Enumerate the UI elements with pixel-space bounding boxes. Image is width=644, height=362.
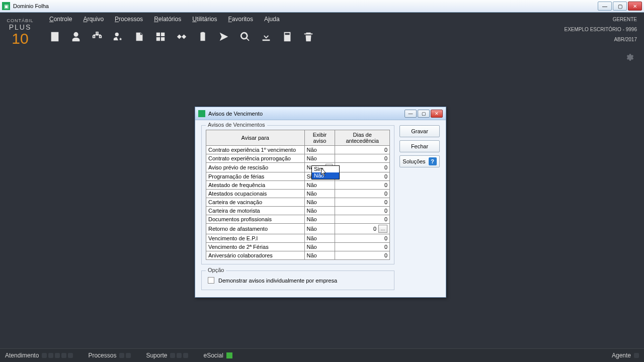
dialog-title: Avisos de Vencimento bbox=[208, 111, 263, 117]
table-row: Documentos profissionaisNão0 bbox=[206, 215, 390, 224]
cell-label: Documentos profissionais bbox=[206, 215, 305, 224]
company-name: EXEMPLO ESCRITÓRIO - 9996 bbox=[565, 25, 637, 35]
dialog-maximize-button[interactable]: ▢ bbox=[418, 110, 430, 118]
dialog-icon bbox=[198, 110, 205, 117]
settings-gear-icon[interactable] bbox=[625, 53, 634, 64]
gravar-button[interactable]: Gravar bbox=[399, 125, 440, 137]
cell-exibir-aviso[interactable]: Não bbox=[304, 215, 335, 224]
checkbox-individual-empresa[interactable] bbox=[208, 277, 214, 284]
esocial-icon bbox=[226, 352, 232, 358]
tool-org-icon[interactable] bbox=[87, 27, 108, 47]
cell-dias[interactable]: 0 bbox=[335, 234, 390, 243]
tool-calculator-icon[interactable] bbox=[277, 27, 298, 47]
table-row: Vencimento de 2ª FériasNão0 bbox=[206, 243, 390, 251]
cell-dias[interactable]: 0… bbox=[335, 224, 390, 234]
group-label-opcao: Opção bbox=[206, 267, 226, 273]
tool-search-icon[interactable] bbox=[234, 27, 256, 47]
cell-dias[interactable]: 0 bbox=[335, 207, 390, 215]
cell-exibir-aviso[interactable]: Não bbox=[304, 243, 335, 251]
dialog-titlebar[interactable]: Avisos de Vencimento — ▢ ✕ bbox=[195, 107, 446, 120]
minimize-button[interactable]: — bbox=[598, 2, 612, 11]
cell-label: Vencimento de 2ª Férias bbox=[206, 243, 305, 251]
status-suporte[interactable]: Suporte bbox=[146, 352, 188, 359]
cell-dias[interactable]: 0 bbox=[335, 172, 390, 181]
main-menu: Controle Arquivo Processos Relatórios Ut… bbox=[40, 13, 644, 23]
table-row: Carteira de vacinaçãoNão0 bbox=[206, 198, 390, 207]
tool-clipboard-icon[interactable] bbox=[192, 27, 213, 47]
cell-exibir-aviso[interactable]: Não bbox=[304, 251, 335, 260]
header-info: GERENTE EXEMPLO ESCRITÓRIO - 9996 ABR/20… bbox=[565, 15, 637, 45]
cell-exibir-aviso[interactable]: Não bbox=[304, 198, 335, 207]
status-agente[interactable]: Agente bbox=[612, 352, 639, 359]
dialog-close-button[interactable]: ✕ bbox=[431, 110, 443, 118]
cell-label: Programação de férias bbox=[206, 172, 305, 181]
cell-label: Atestado de frequência bbox=[206, 181, 305, 190]
cell-dias[interactable]: 0 bbox=[335, 198, 390, 207]
cell-dias[interactable]: 0 bbox=[335, 190, 390, 198]
status-atendimento[interactable]: Atendimento bbox=[5, 352, 73, 359]
help-icon: ? bbox=[429, 157, 437, 165]
cell-exibir-aviso[interactable]: Não bbox=[304, 181, 335, 190]
cell-exibir-aviso[interactable]: Não bbox=[304, 224, 335, 234]
menu-favoritos[interactable]: Favoritos bbox=[228, 16, 253, 23]
app-icon: ▣ bbox=[2, 2, 10, 10]
checkbox-label: Demonstrar avisos individualmente por em… bbox=[218, 278, 337, 284]
cell-label: Contrato experiência 1º vencimento bbox=[206, 146, 305, 154]
menu-processos[interactable]: Processos bbox=[115, 16, 143, 23]
cell-exibir-aviso[interactable]: Não bbox=[304, 154, 335, 163]
cell-label: Carteira de motorista bbox=[206, 207, 305, 215]
cell-dias[interactable]: 0 bbox=[335, 251, 390, 260]
cell-exibir-aviso[interactable]: Não bbox=[304, 190, 335, 198]
col-exibir-aviso: Exibir aviso bbox=[304, 130, 335, 146]
status-processos[interactable]: Processos bbox=[88, 352, 131, 359]
cell-dias[interactable]: 0 bbox=[335, 146, 390, 154]
cell-dias[interactable]: 0 bbox=[335, 243, 390, 251]
tool-person-icon[interactable] bbox=[65, 27, 87, 47]
toolbar bbox=[40, 23, 644, 51]
dialog-minimize-button[interactable]: — bbox=[405, 110, 417, 118]
solucoes-button[interactable]: Soluções ? bbox=[399, 155, 440, 167]
menu-arquivo[interactable]: Arquivo bbox=[83, 16, 104, 23]
tool-plane-icon[interactable] bbox=[213, 27, 234, 47]
cell-exibir-aviso[interactable]: Não bbox=[304, 207, 335, 215]
menu-utilitarios[interactable]: Utilitários bbox=[192, 16, 217, 23]
cell-dias[interactable]: 0 bbox=[335, 163, 390, 172]
fechar-button[interactable]: Fechar bbox=[399, 140, 440, 152]
avisos-table: Avisar para Exibir aviso Dias de anteced… bbox=[206, 130, 390, 260]
main-ribbon: CONTÁBIL PLUS 10 Controle Arquivo Proces… bbox=[0, 13, 644, 52]
tool-person-config-icon[interactable] bbox=[108, 27, 129, 47]
exibir-aviso-dropdown[interactable]: Sim Não bbox=[311, 165, 340, 179]
cell-label: Vencimento de E.P.I bbox=[206, 234, 305, 243]
app-logo: CONTÁBIL PLUS 10 bbox=[0, 13, 40, 52]
period-label: ABR/2017 bbox=[565, 35, 637, 45]
status-esocial[interactable]: eSocial bbox=[203, 352, 232, 359]
menu-relatorios[interactable]: Relatórios bbox=[154, 16, 181, 23]
cell-label: Aniversário colaboradores bbox=[206, 251, 305, 260]
menu-controle[interactable]: Controle bbox=[49, 16, 72, 23]
cell-dias[interactable]: 0 bbox=[335, 215, 390, 224]
tool-company-icon[interactable] bbox=[44, 27, 65, 47]
cell-exibir-aviso[interactable]: Não bbox=[304, 234, 335, 243]
menu-ajuda[interactable]: Ajuda bbox=[264, 16, 280, 23]
col-dias: Dias de antecedência bbox=[335, 130, 390, 146]
tool-download-icon[interactable] bbox=[256, 27, 277, 47]
dropdown-option-nao[interactable]: Não bbox=[312, 172, 339, 179]
window-title: Dominio Folha bbox=[13, 3, 49, 9]
user-role: GERENTE bbox=[565, 15, 637, 25]
cell-label: Contrato experiência prorrogação bbox=[206, 154, 305, 163]
table-row: Aniversário colaboradoresNão0 bbox=[206, 251, 390, 260]
tool-grid-icon[interactable] bbox=[150, 27, 171, 47]
cell-label: Aviso prévio de rescisão bbox=[206, 163, 305, 172]
group-label-avisos: Avisos de Vencimentos bbox=[206, 122, 267, 128]
tool-handshake-icon[interactable] bbox=[171, 27, 192, 47]
tool-note-icon[interactable] bbox=[129, 27, 150, 47]
close-button[interactable]: ✕ bbox=[628, 2, 642, 11]
cell-dias[interactable]: 0 bbox=[335, 154, 390, 163]
ellipsis-button[interactable]: … bbox=[378, 225, 387, 233]
cell-exibir-aviso[interactable]: Não bbox=[304, 146, 335, 154]
tool-trash-icon[interactable] bbox=[298, 27, 319, 47]
dropdown-option-sim[interactable]: Sim bbox=[312, 166, 339, 172]
cell-dias[interactable]: 0 bbox=[335, 181, 390, 190]
dialog-avisos-vencimento: Avisos de Vencimento — ▢ ✕ Avisos de Ven… bbox=[195, 107, 446, 298]
maximize-button[interactable]: ▢ bbox=[613, 2, 627, 11]
